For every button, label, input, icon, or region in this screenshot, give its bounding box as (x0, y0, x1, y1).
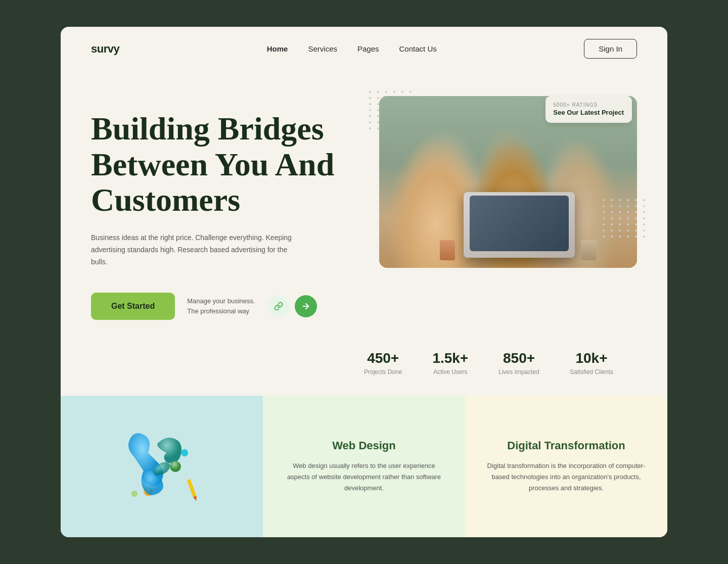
cta-arrow-icon-button[interactable] (295, 295, 317, 317)
dot (369, 127, 371, 129)
stat-clients-label: Satisfied Clients (570, 368, 613, 375)
cta-text: Manage your business. The professional w… (187, 296, 255, 316)
dot (611, 199, 613, 201)
link-icon (274, 302, 283, 311)
stats-container: 450+ Projects Done 1.5k+ Active Users 85… (61, 350, 667, 396)
hero-subtitle: Business ideas at the right price. Chall… (91, 232, 293, 268)
ratings-link[interactable]: See Our Latest Project (554, 109, 624, 116)
cta-text-line2: The professional way (187, 307, 249, 315)
dot (635, 223, 637, 225)
nav-services[interactable]: Services (308, 44, 337, 53)
cards-section: Web Design Web design usually refers to … (61, 396, 667, 537)
brand-logo: survy (91, 42, 119, 56)
dot (627, 199, 629, 201)
hero-section: Building Bridges Between You And Custome… (61, 71, 667, 350)
dot (369, 103, 371, 105)
card-digital-transformation-title: Digital Transformation (507, 439, 625, 452)
svg-point-5 (131, 490, 138, 497)
dot (619, 211, 621, 213)
stat-projects-number: 450+ (364, 350, 402, 366)
stat-users-number: 1.5k+ (432, 350, 468, 366)
dot (377, 91, 379, 93)
dot (603, 236, 605, 238)
dot (627, 223, 629, 225)
card-web-design-text: Web design usually refers to the user ex… (283, 460, 445, 494)
card-digital-transformation-text: Digital transformation is the incorporat… (485, 460, 647, 494)
dot (643, 229, 645, 231)
laptop-body (464, 192, 575, 258)
coffee-cup-left (440, 240, 455, 260)
cta-link-icon-button[interactable] (267, 295, 290, 317)
signin-button[interactable]: Sign In (584, 39, 637, 59)
dot (627, 211, 629, 213)
navbar: survy Home Services Pages Contact Us Sig… (61, 27, 667, 71)
hero-cta: Get Started Manage your business. The pr… (91, 293, 349, 320)
dot (643, 236, 645, 238)
stat-users-label: Active Users (432, 368, 468, 375)
dot (385, 91, 387, 93)
dot (635, 217, 637, 219)
dot (643, 199, 645, 201)
dot (611, 211, 613, 213)
dot (619, 229, 621, 231)
dot (627, 236, 629, 238)
dot (603, 199, 605, 201)
dot (619, 223, 621, 225)
nav-home[interactable]: Home (267, 44, 288, 53)
ratings-count: 5000+ RATINGS (554, 102, 624, 108)
dot-grid-bottomright (603, 199, 647, 238)
dot (369, 109, 371, 111)
card-visual (61, 396, 263, 537)
chain-3d-svg (111, 421, 212, 512)
dot (635, 211, 637, 213)
dot (643, 223, 645, 225)
dot (627, 205, 629, 207)
ratings-badge: 5000+ RATINGS See Our Latest Project (545, 96, 632, 123)
dot (635, 236, 637, 238)
stat-lives: 850+ Lives Impacted (498, 350, 539, 375)
dot (643, 205, 645, 207)
dot (369, 115, 371, 117)
dot (603, 205, 605, 207)
dot (611, 236, 613, 238)
stat-lives-label: Lives Impacted (498, 368, 539, 375)
dot (635, 229, 637, 231)
dot (603, 217, 605, 219)
hero-title: Building Bridges Between You And Custome… (91, 111, 349, 218)
coffee-cup-right (581, 240, 597, 260)
dot (369, 121, 371, 123)
card-web-design: Web Design Web design usually refers to … (263, 396, 465, 537)
dot (393, 91, 395, 93)
card-digital-transformation: Digital Transformation Digital transform… (465, 396, 667, 537)
hero-title-line3: Customers (91, 182, 240, 218)
dot (627, 217, 629, 219)
hero-title-line2: Between You And (91, 147, 334, 182)
stat-users: 1.5k+ Active Users (432, 350, 468, 375)
stats-row: 450+ Projects Done 1.5k+ Active Users 85… (364, 350, 637, 375)
dot (619, 205, 621, 207)
dot (401, 91, 403, 93)
stat-projects: 450+ Projects Done (364, 350, 402, 375)
dot (635, 199, 637, 201)
dot (369, 97, 371, 99)
nav-contact[interactable]: Contact Us (399, 44, 437, 53)
hero-right: // Create dots inline 5000+ RATINGS (379, 91, 637, 268)
stat-clients-number: 10k+ (570, 350, 613, 366)
svg-rect-6 (187, 479, 197, 497)
svg-point-1 (170, 461, 181, 472)
card-web-design-title: Web Design (332, 439, 396, 452)
svg-point-4 (181, 449, 188, 456)
dot (611, 205, 613, 207)
nav-pages[interactable]: Pages (357, 44, 379, 53)
arrow-icon (301, 302, 310, 311)
dot (410, 91, 412, 93)
stat-lives-number: 850+ (498, 350, 539, 366)
dot (369, 91, 371, 93)
cta-icons (267, 295, 317, 317)
dot (627, 229, 629, 231)
dot (619, 236, 621, 238)
card-web-design-content: Web Design Web design usually refers to … (283, 421, 445, 512)
dot (611, 223, 613, 225)
get-started-button[interactable]: Get Started (91, 293, 175, 320)
dot (643, 217, 645, 219)
